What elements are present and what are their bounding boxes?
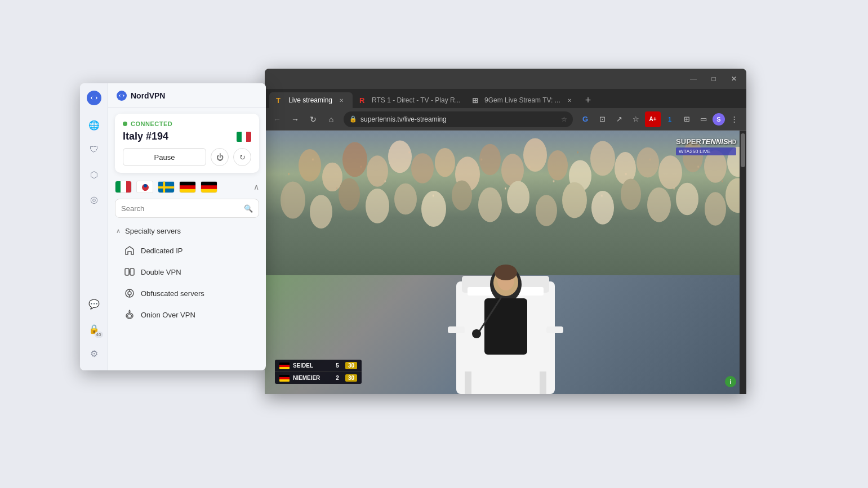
svg-point-46: [472, 329, 481, 338]
tab-close-9gem[interactable]: ✕: [565, 96, 574, 105]
refresh-icon: ↻: [239, 153, 246, 162]
screenshot-icon[interactable]: ⊡: [594, 111, 610, 127]
sidebar-item-settings[interactable]: ⚙: [84, 343, 104, 364]
svg-rect-41: [540, 371, 546, 394]
power-button[interactable]: ⏻: [211, 148, 229, 166]
svg-point-15: [636, 147, 659, 178]
tab-live-streaming[interactable]: T Live streaming ✕: [269, 92, 353, 108]
pause-button[interactable]: Pause: [123, 148, 206, 166]
svg-point-21: [310, 195, 332, 229]
tab-close-streaming[interactable]: ✕: [337, 96, 346, 105]
settings-icon: ⚙: [90, 348, 98, 359]
sidebar-item-mesh[interactable]: ⬡: [84, 164, 104, 185]
server-list: ∧ Specialty servers Dedicated IP: [108, 220, 266, 370]
refresh-button[interactable]: ↻: [233, 148, 251, 166]
svg-point-0: [299, 149, 321, 182]
nordvpn-logo-text: NordVPN: [116, 90, 165, 101]
sidebar-item-map[interactable]: 🌐: [84, 115, 104, 135]
svg-rect-68: [125, 268, 129, 275]
extension1-icon[interactable]: A+: [645, 111, 661, 127]
refresh-button[interactable]: ↻: [305, 111, 321, 127]
svg-rect-40: [465, 371, 471, 394]
svg-point-3: [367, 155, 388, 187]
flag-korea[interactable]: [136, 181, 153, 193]
svg-point-30: [562, 182, 587, 218]
forward-button[interactable]: →: [287, 111, 303, 127]
wta-badge: WTA250 LIVE: [676, 147, 736, 155]
status-dot: [123, 122, 127, 126]
back-button[interactable]: ←: [269, 111, 285, 127]
search-input[interactable]: [121, 204, 239, 213]
bookmark-icon[interactable]: ☆: [628, 111, 644, 127]
sidebar-item-chat[interactable]: 💬: [84, 294, 104, 314]
specialty-servers-header[interactable]: ∧ Specialty servers: [108, 222, 266, 240]
app-title: NordVPN: [131, 91, 165, 100]
new-tab-button[interactable]: +: [580, 92, 596, 108]
obfuscated-servers-item[interactable]: Obfuscated servers: [108, 283, 266, 304]
svg-point-57: [144, 184, 147, 187]
tab-rts[interactable]: R RTS 1 - Direct - TV - Play R... ✕: [353, 92, 465, 108]
flag-germany2[interactable]: [201, 181, 217, 193]
svg-point-4: [388, 141, 412, 173]
google-icon[interactable]: G: [577, 111, 593, 127]
svg-rect-66: [201, 185, 217, 189]
1password-icon[interactable]: 1: [662, 111, 678, 127]
browser-window: — □ ✕ T Live streaming ✕ R RTS 1 - Direc…: [265, 69, 746, 394]
supertennis-logo: SUPERTENNISHD WTA250 LIVE: [676, 137, 736, 155]
home-button[interactable]: ⌂: [323, 111, 339, 127]
flag-sweden[interactable]: [158, 181, 175, 193]
menu-icon[interactable]: ⋮: [726, 111, 742, 127]
dedicated-ip-item[interactable]: Dedicated IP: [108, 240, 266, 261]
dedicated-ip-label: Dedicated IP: [141, 247, 182, 255]
chevron-icon: ∧: [116, 227, 121, 235]
tab-icon-9gem: ⊞: [472, 96, 480, 104]
svg-rect-47: [448, 326, 465, 333]
minimize-button[interactable]: —: [686, 73, 701, 84]
server-name: Italy #194: [123, 131, 168, 142]
close-button[interactable]: ✕: [726, 73, 742, 84]
star-icon: ☆: [561, 115, 567, 123]
search-bar[interactable]: 🔍: [115, 199, 259, 218]
tab-label-streaming: Live streaming: [288, 96, 332, 104]
sidebar-icons: 🌐 🛡 ⬡ ◎ 💬 🔒 40 ⚙: [80, 83, 108, 370]
svg-rect-61: [158, 186, 174, 189]
address-bar[interactable]: 🔒 supertennis.tv/live-streaming ☆: [344, 111, 573, 127]
search-icon: 🔍: [244, 204, 253, 213]
svg-rect-67: [201, 189, 217, 193]
tab-9gem[interactable]: ⊞ 9Gem Live Stream TV: ... ✕: [465, 92, 578, 108]
connected-panel: CONNECTED Italy #194 Pause ⏻ ↻: [115, 114, 259, 173]
server-name-row: Italy #194: [123, 131, 251, 142]
status-label: CONNECTED: [131, 120, 172, 127]
sidebar-item-target[interactable]: ◎: [84, 189, 104, 209]
svg-point-33: [647, 187, 671, 222]
double-vpn-icon: [124, 266, 135, 277]
svg-point-23: [366, 189, 389, 223]
obfuscated-icon: [124, 288, 135, 299]
player1-set: 5: [333, 362, 342, 369]
flag-germany1[interactable]: [179, 181, 196, 193]
flag-italy[interactable]: [115, 181, 132, 193]
maximize-button[interactable]: □: [706, 73, 722, 84]
profile-avatar[interactable]: S: [713, 113, 725, 126]
nordvpn-window: 🌐 🛡 ⬡ ◎ 💬 🔒 40 ⚙: [80, 83, 266, 370]
sidebar-item-security[interactable]: 🔒 40: [84, 319, 104, 339]
info-button[interactable]: i: [725, 376, 736, 387]
share-icon[interactable]: ↗: [611, 111, 627, 127]
svg-point-71: [128, 292, 131, 295]
url-text: supertennis.tv/live-streaming: [360, 115, 558, 123]
cast-icon[interactable]: ▭: [696, 111, 711, 127]
target-icon: ◎: [90, 194, 98, 205]
sidebar-item-shield[interactable]: 🛡: [84, 140, 104, 160]
scrollbar-track[interactable]: [740, 131, 746, 394]
score-overlay: SEIDEL 5 30 NIEMEIER 2 30: [275, 360, 362, 384]
collapse-flags-button[interactable]: ∧: [253, 182, 259, 191]
player2-name: NIEMEIER: [293, 375, 330, 381]
dedicated-ip-icon: [124, 245, 135, 256]
svg-point-26: [452, 181, 472, 211]
svg-point-5: [411, 153, 434, 183]
video-frame: SUPERTENNISHD WTA250 LIVE SEIDEL 5 30: [265, 131, 746, 394]
svg-point-8: [479, 144, 501, 176]
onion-vpn-item[interactable]: Onion Over VPN: [108, 304, 266, 325]
extensions-icon[interactable]: ⊞: [679, 111, 695, 127]
double-vpn-item[interactable]: Double VPN: [108, 261, 266, 283]
